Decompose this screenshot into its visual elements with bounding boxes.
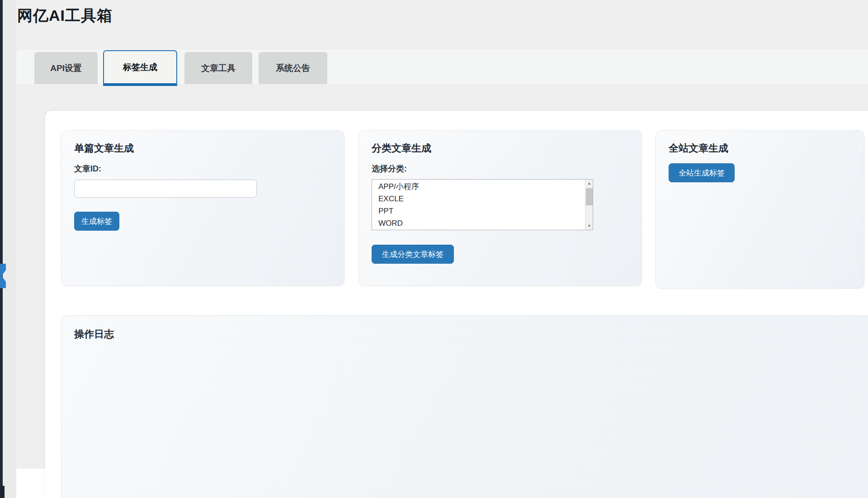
listbox-scrollbar[interactable]: ▲ ▼ (585, 180, 593, 230)
category-option[interactable]: WORD (372, 217, 585, 229)
category-option[interactable]: APP/小程序 (372, 180, 585, 193)
category-option[interactable]: PPT (372, 205, 585, 217)
category-option[interactable]: EXCLE (372, 193, 585, 205)
category-options: APP/小程序 EXCLE PPT WORD (372, 180, 585, 230)
tab-label: 文章工具 (201, 62, 236, 74)
left-gutter (3, 0, 16, 498)
tab-label: API设置 (50, 62, 82, 74)
tab-system-announcement[interactable]: 系统公告 (259, 52, 327, 84)
tab-label: 标签生成 (123, 62, 157, 73)
card-title: 全站文章生成 (669, 142, 728, 155)
scroll-up-icon[interactable]: ▲ (585, 180, 593, 187)
card-title: 分类文章生成 (372, 142, 431, 155)
category-article-card: 分类文章生成 选择分类: APP/小程序 EXCLE PPT WORD ▲ ▼ … (359, 130, 642, 286)
tab-article-tools[interactable]: 文章工具 (184, 52, 252, 84)
generate-site-tags-button[interactable]: 全站生成标签 (669, 163, 735, 182)
generate-category-tags-button[interactable]: 生成分类文章标签 (372, 245, 454, 264)
site-article-card: 全站文章生成 全站生成标签 (656, 130, 864, 289)
article-id-input[interactable] (74, 180, 257, 198)
button-label: 全站生成标签 (679, 168, 725, 178)
left-edge-bar (0, 0, 3, 498)
button-label: 生成标签 (81, 216, 112, 227)
category-listbox[interactable]: APP/小程序 EXCLE PPT WORD ▲ ▼ (372, 179, 593, 230)
scroll-down-icon[interactable]: ▼ (585, 222, 593, 230)
tab-label: 系统公告 (276, 62, 310, 74)
single-article-card: 单篇文章生成 文章ID: 生成标签 (61, 130, 344, 286)
select-category-label: 选择分类: (372, 163, 407, 174)
left-edge-bar-foot (0, 486, 5, 498)
page-title: 网亿AI工具箱 (17, 5, 113, 26)
tab-api-settings[interactable]: API设置 (34, 52, 98, 84)
tab-tag-generation[interactable]: 标签生成 (103, 50, 177, 86)
article-id-label: 文章ID: (74, 163, 101, 174)
operation-log-title: 操作日志 (74, 327, 114, 341)
button-label: 生成分类文章标签 (382, 249, 443, 260)
generate-tags-button[interactable]: 生成标签 (74, 212, 119, 231)
scrollbar-thumb[interactable] (586, 188, 593, 205)
app-window: 网亿AI工具箱 API设置 标签生成 文章工具 系统公告 单篇文章生成 文章ID… (0, 0, 868, 498)
operation-log-card: 操作日志 (61, 315, 868, 498)
card-title: 单篇文章生成 (74, 142, 134, 155)
